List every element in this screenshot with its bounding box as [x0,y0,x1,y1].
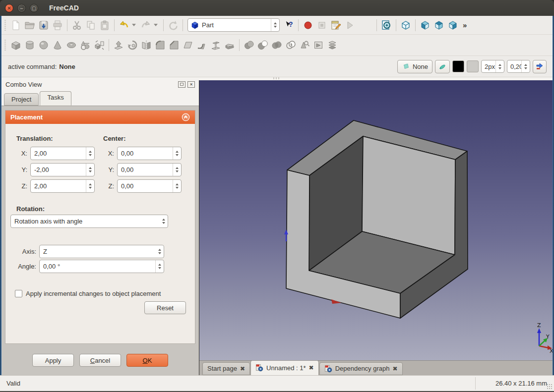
line-width-spinbox[interactable]: 2px [481,60,504,73]
boolean-cut-icon[interactable] [256,38,270,52]
check-geometry-icon[interactable] [298,38,311,52]
rotation-mode-combobox[interactable]: Rotation axis with angle [10,215,168,228]
open-document-icon[interactable] [23,18,37,32]
paste-icon[interactable] [98,18,112,32]
workbench-selector-arrows[interactable] [271,19,279,31]
active-command-label: active command: [8,63,57,70]
copy-icon[interactable] [84,18,98,32]
tab-dependency-graph[interactable]: Dependency graph ✖ [319,362,403,375]
axis-combobox[interactable]: Z [39,245,164,258]
part-sphere-icon[interactable] [37,38,51,52]
freecad-window: ✕ – ▢ FreeCAD Part [0,0,554,392]
macro-play-icon[interactable] [343,18,357,32]
right-view-icon[interactable] [446,18,460,32]
center-z-spinbox[interactable]: 0,00 [117,179,182,193]
mdi-tab-bar: Start page ✖ Unnamed : 1* ✖ Dependency g… [199,360,553,375]
translation-y-spinbox[interactable]: -2,00 [30,163,95,176]
cancel-button[interactable]: Cancel [79,354,121,367]
ok-button[interactable]: OK [126,354,168,367]
whats-this-icon[interactable]: ? [282,18,296,32]
close-panel-icon[interactable]: ✕ [187,81,195,88]
undo-dropdown-icon[interactable] [132,24,136,26]
line-color-swatch[interactable] [452,60,464,72]
thickness-icon[interactable] [223,38,237,52]
close-tab-icon[interactable]: ✖ [309,364,314,371]
translation-label: Translation: [16,135,103,142]
tab-start-page[interactable]: Start page ✖ [202,362,250,375]
shape-builder-icon[interactable] [92,38,106,52]
placement-header[interactable]: Placement [5,111,195,124]
tab-project[interactable]: Project [4,93,39,106]
autogroup-button[interactable] [435,60,450,73]
apply-button[interactable]: Apply [32,354,74,367]
redo-icon[interactable] [139,18,153,32]
close-tab-icon[interactable]: ✖ [240,365,245,372]
layer-button[interactable]: None [397,60,432,73]
resize-grip-icon[interactable] [547,384,553,390]
part-cylinder-icon[interactable] [23,38,37,52]
translation-z-spinbox[interactable]: 2,00 [30,179,95,193]
top-view-icon[interactable] [432,18,446,32]
construction-mode-button[interactable] [533,60,547,73]
collapse-section-icon[interactable] [182,113,190,121]
make-face-icon[interactable] [181,38,195,52]
save-icon[interactable] [37,18,51,32]
close-tab-icon[interactable]: ✖ [392,365,397,372]
3d-viewport[interactable]: Z Y X [199,80,553,360]
cut-icon[interactable] [70,18,84,32]
cross-sections-icon[interactable] [325,38,339,52]
macro-record-icon[interactable] [301,18,315,32]
part-primitives-icon[interactable] [78,38,92,52]
mirror-icon[interactable] [139,38,153,52]
center-x-spinbox[interactable]: 0,00 [117,147,182,160]
part-box-icon[interactable] [9,38,23,52]
toolbar-handle[interactable] [3,40,7,51]
splitter-handle[interactable] [273,77,280,79]
print-icon[interactable] [51,18,64,32]
new-document-icon[interactable] [9,18,23,32]
fit-all-icon[interactable] [379,18,393,32]
pen-icon [438,62,447,71]
undo-icon[interactable] [117,18,131,32]
workbench-selector[interactable]: Part [187,18,280,32]
reset-button[interactable]: Reset [144,301,186,314]
boolean-common-icon[interactable] [270,38,284,52]
center-label: Center: [103,135,190,142]
macro-stop-icon[interactable] [315,18,329,32]
cross-section-icon[interactable] [311,38,325,52]
face-color-swatch[interactable] [467,60,479,72]
ruled-surface-icon[interactable] [195,38,209,52]
redo-dropdown-icon[interactable] [154,24,158,26]
macro-edit-icon[interactable] [329,18,343,32]
window-minimize-icon[interactable]: – [17,4,26,12]
axis-indicator: Z Y X [537,322,553,354]
boolean-union-icon[interactable] [242,38,256,52]
placement-title: Placement [10,113,182,121]
window-maximize-icon[interactable]: ▢ [30,4,38,12]
revolve-icon[interactable] [125,38,139,52]
tab-tasks[interactable]: Tasks [40,91,71,106]
fillet-icon[interactable] [153,38,167,52]
front-view-icon[interactable] [418,18,432,32]
extrude-icon[interactable] [112,38,125,52]
angle-spinbox[interactable]: 0,00 ° [39,260,164,273]
part-cone-icon[interactable] [51,38,64,52]
translation-x-spinbox[interactable]: 2,00 [30,147,95,160]
tab-unnamed-document[interactable]: Unnamed : 1* ✖ [250,360,319,375]
line-width-value: 2px [482,63,495,70]
toolbar-handle[interactable] [3,20,7,31]
center-y-spinbox[interactable]: 0,00 [117,163,182,176]
tab-label: Dependency graph [335,365,390,372]
chamfer-icon[interactable] [167,38,181,52]
refresh-icon[interactable] [166,18,180,32]
freecad-document-icon [255,364,263,372]
incremental-checkbox[interactable] [15,290,22,297]
boolean-intersection-icon[interactable] [284,38,298,52]
part-torus-icon[interactable] [64,38,78,52]
axonometric-view-icon[interactable] [399,18,413,32]
float-panel-icon[interactable] [178,81,185,88]
text-scale-spinbox[interactable]: 0,20 [507,60,530,73]
loft-icon[interactable] [209,38,223,52]
toolbar-overflow-icon[interactable]: » [463,21,467,29]
window-close-icon[interactable]: ✕ [5,4,13,12]
